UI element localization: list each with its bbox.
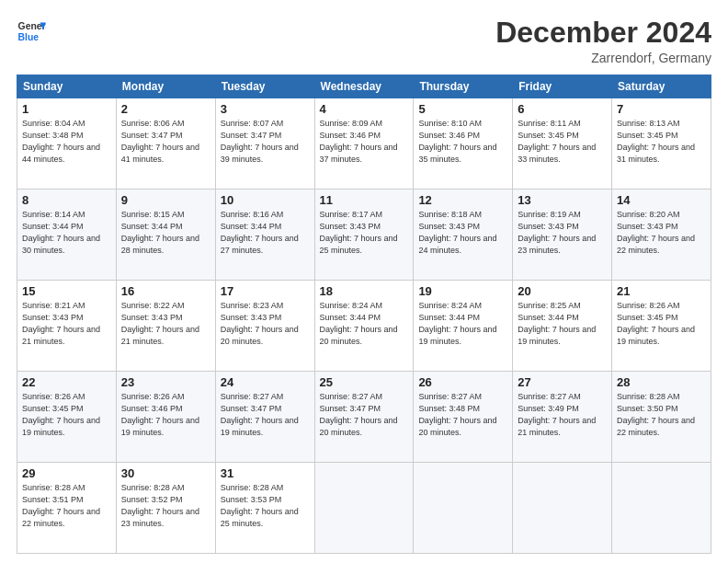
day-info: Sunrise: 8:27 AMSunset: 3:47 PMDaylight:… xyxy=(320,391,409,439)
day-cell-3: 3 Sunrise: 8:07 AMSunset: 3:47 PMDayligh… xyxy=(215,98,314,190)
day-cell-11: 11 Sunrise: 8:17 AMSunset: 3:43 PMDaylig… xyxy=(314,190,414,281)
day-cell-17: 17 Sunrise: 8:23 AMSunset: 3:43 PMDaylig… xyxy=(215,281,314,372)
col-sunday: Sunday xyxy=(17,75,117,98)
day-info: Sunrise: 8:26 AMSunset: 3:46 PMDaylight:… xyxy=(121,391,210,439)
day-info: Sunrise: 8:27 AMSunset: 3:48 PMDaylight:… xyxy=(418,391,507,439)
day-info: Sunrise: 8:04 AMSunset: 3:48 PMDaylight:… xyxy=(22,118,111,166)
day-cell-8: 8 Sunrise: 8:14 AMSunset: 3:44 PMDayligh… xyxy=(17,190,117,281)
day-cell-7: 7 Sunrise: 8:13 AMSunset: 3:45 PMDayligh… xyxy=(612,98,711,190)
day-number: 18 xyxy=(320,284,409,298)
week-row-4: 22 Sunrise: 8:26 AMSunset: 3:45 PMDaylig… xyxy=(17,372,711,463)
day-info: Sunrise: 8:24 AMSunset: 3:44 PMDaylight:… xyxy=(418,300,507,348)
svg-text:Blue: Blue xyxy=(18,32,40,42)
day-info: Sunrise: 8:25 AMSunset: 3:44 PMDaylight:… xyxy=(518,300,607,348)
day-cell-27: 27 Sunrise: 8:27 AMSunset: 3:49 PMDaylig… xyxy=(513,372,612,463)
calendar-table: Sunday Monday Tuesday Wednesday Thursday… xyxy=(17,75,711,554)
day-info: Sunrise: 8:28 AMSunset: 3:51 PMDaylight:… xyxy=(22,482,111,530)
day-number: 29 xyxy=(22,466,111,480)
day-cell-25: 25 Sunrise: 8:27 AMSunset: 3:47 PMDaylig… xyxy=(314,372,414,463)
day-number: 4 xyxy=(320,102,409,116)
day-cell-21: 21 Sunrise: 8:26 AMSunset: 3:45 PMDaylig… xyxy=(612,281,711,372)
day-cell-20: 20 Sunrise: 8:25 AMSunset: 3:44 PMDaylig… xyxy=(513,281,612,372)
day-number: 11 xyxy=(320,193,409,207)
header: General Blue December 2024 Zarrendorf, G… xyxy=(17,17,711,65)
week-row-5: 29 Sunrise: 8:28 AMSunset: 3:51 PMDaylig… xyxy=(17,463,711,554)
day-info: Sunrise: 8:11 AMSunset: 3:45 PMDaylight:… xyxy=(518,118,607,166)
day-info: Sunrise: 8:27 AMSunset: 3:49 PMDaylight:… xyxy=(518,391,607,439)
day-number: 23 xyxy=(121,375,210,389)
day-number: 28 xyxy=(617,375,706,389)
day-number: 21 xyxy=(617,284,706,298)
day-number: 14 xyxy=(617,193,706,207)
day-cell-26: 26 Sunrise: 8:27 AMSunset: 3:48 PMDaylig… xyxy=(414,372,513,463)
day-number: 19 xyxy=(418,284,507,298)
day-number: 10 xyxy=(221,193,310,207)
day-info: Sunrise: 8:21 AMSunset: 3:43 PMDaylight:… xyxy=(22,300,111,348)
day-cell-5: 5 Sunrise: 8:10 AMSunset: 3:46 PMDayligh… xyxy=(414,98,513,190)
day-cell-30: 30 Sunrise: 8:28 AMSunset: 3:52 PMDaylig… xyxy=(116,463,215,554)
day-info: Sunrise: 8:28 AMSunset: 3:52 PMDaylight:… xyxy=(121,482,210,530)
day-cell-19: 19 Sunrise: 8:24 AMSunset: 3:44 PMDaylig… xyxy=(414,281,513,372)
day-number: 13 xyxy=(518,193,607,207)
day-number: 15 xyxy=(22,284,111,298)
day-number: 2 xyxy=(121,102,210,116)
day-info: Sunrise: 8:28 AMSunset: 3:50 PMDaylight:… xyxy=(617,391,706,439)
day-number: 5 xyxy=(418,102,507,116)
day-cell-12: 12 Sunrise: 8:18 AMSunset: 3:43 PMDaylig… xyxy=(414,190,513,281)
day-cell-9: 9 Sunrise: 8:15 AMSunset: 3:44 PMDayligh… xyxy=(116,190,215,281)
day-cell-13: 13 Sunrise: 8:19 AMSunset: 3:43 PMDaylig… xyxy=(513,190,612,281)
day-number: 31 xyxy=(221,466,310,480)
page: General Blue December 2024 Zarrendorf, G… xyxy=(0,0,728,563)
day-number: 30 xyxy=(121,466,210,480)
day-number: 1 xyxy=(22,102,111,116)
col-thursday: Thursday xyxy=(414,75,513,98)
day-info: Sunrise: 8:18 AMSunset: 3:43 PMDaylight:… xyxy=(418,209,507,257)
empty-cell xyxy=(513,463,612,554)
day-info: Sunrise: 8:07 AMSunset: 3:47 PMDaylight:… xyxy=(221,118,310,166)
title-block: December 2024 Zarrendorf, Germany xyxy=(495,17,711,65)
day-info: Sunrise: 8:09 AMSunset: 3:46 PMDaylight:… xyxy=(320,118,409,166)
day-info: Sunrise: 8:22 AMSunset: 3:43 PMDaylight:… xyxy=(121,300,210,348)
day-number: 12 xyxy=(418,193,507,207)
day-number: 25 xyxy=(320,375,409,389)
day-number: 8 xyxy=(22,193,111,207)
day-number: 6 xyxy=(518,102,607,116)
day-info: Sunrise: 8:14 AMSunset: 3:44 PMDaylight:… xyxy=(22,209,111,257)
day-info: Sunrise: 8:15 AMSunset: 3:44 PMDaylight:… xyxy=(121,209,210,257)
day-cell-28: 28 Sunrise: 8:28 AMSunset: 3:50 PMDaylig… xyxy=(612,372,711,463)
col-tuesday: Tuesday xyxy=(215,75,314,98)
day-cell-1: 1 Sunrise: 8:04 AMSunset: 3:48 PMDayligh… xyxy=(17,98,117,190)
empty-cell xyxy=(414,463,513,554)
header-row: Sunday Monday Tuesday Wednesday Thursday… xyxy=(17,75,711,98)
day-info: Sunrise: 8:10 AMSunset: 3:46 PMDaylight:… xyxy=(418,118,507,166)
logo: General Blue xyxy=(17,17,46,46)
calendar-title: December 2024 xyxy=(495,17,711,49)
day-number: 27 xyxy=(518,375,607,389)
day-info: Sunrise: 8:26 AMSunset: 3:45 PMDaylight:… xyxy=(22,391,111,439)
day-cell-2: 2 Sunrise: 8:06 AMSunset: 3:47 PMDayligh… xyxy=(116,98,215,190)
col-monday: Monday xyxy=(116,75,215,98)
day-number: 7 xyxy=(617,102,706,116)
logo-icon: General Blue xyxy=(17,17,46,46)
calendar-subtitle: Zarrendorf, Germany xyxy=(495,51,711,65)
day-cell-23: 23 Sunrise: 8:26 AMSunset: 3:46 PMDaylig… xyxy=(116,372,215,463)
day-info: Sunrise: 8:23 AMSunset: 3:43 PMDaylight:… xyxy=(221,300,310,348)
week-row-3: 15 Sunrise: 8:21 AMSunset: 3:43 PMDaylig… xyxy=(17,281,711,372)
day-number: 24 xyxy=(221,375,310,389)
empty-cell xyxy=(612,463,711,554)
day-info: Sunrise: 8:06 AMSunset: 3:47 PMDaylight:… xyxy=(121,118,210,166)
day-cell-6: 6 Sunrise: 8:11 AMSunset: 3:45 PMDayligh… xyxy=(513,98,612,190)
day-info: Sunrise: 8:28 AMSunset: 3:53 PMDaylight:… xyxy=(221,482,310,530)
col-friday: Friday xyxy=(513,75,612,98)
day-info: Sunrise: 8:27 AMSunset: 3:47 PMDaylight:… xyxy=(221,391,310,439)
day-number: 22 xyxy=(22,375,111,389)
day-cell-14: 14 Sunrise: 8:20 AMSunset: 3:43 PMDaylig… xyxy=(612,190,711,281)
col-saturday: Saturday xyxy=(612,75,711,98)
day-cell-15: 15 Sunrise: 8:21 AMSunset: 3:43 PMDaylig… xyxy=(17,281,117,372)
day-number: 20 xyxy=(518,284,607,298)
day-info: Sunrise: 8:17 AMSunset: 3:43 PMDaylight:… xyxy=(320,209,409,257)
day-number: 3 xyxy=(221,102,310,116)
day-info: Sunrise: 8:16 AMSunset: 3:44 PMDaylight:… xyxy=(221,209,310,257)
week-row-1: 1 Sunrise: 8:04 AMSunset: 3:48 PMDayligh… xyxy=(17,98,711,190)
day-info: Sunrise: 8:13 AMSunset: 3:45 PMDaylight:… xyxy=(617,118,706,166)
